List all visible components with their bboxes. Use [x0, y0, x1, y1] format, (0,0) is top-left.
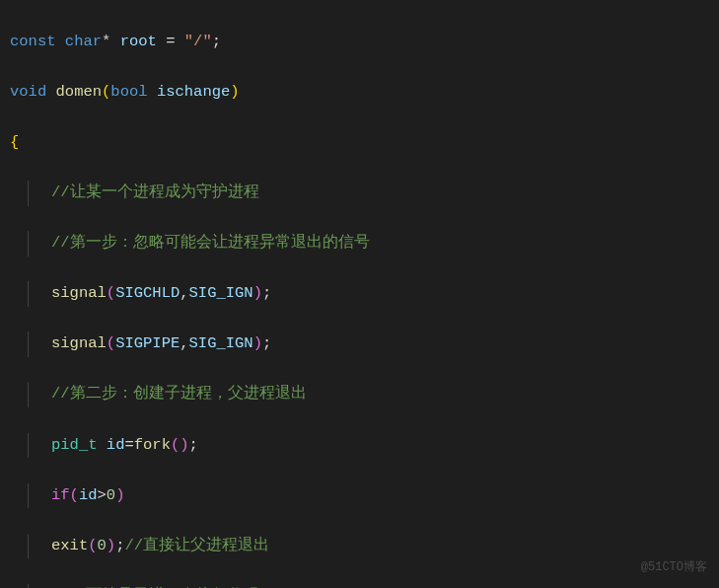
watermark: @51CTO博客 — [641, 558, 707, 578]
code-editor[interactable]: const char* root = "/"; void domen(bool … — [0, 4, 719, 588]
code-line: const char* root = "/"; — [10, 30, 719, 55]
code-line: //让某一个进程成为守护进程 — [10, 181, 719, 206]
code-line: exit(0);//直接让父进程退出 — [10, 534, 719, 559]
code-line: signal(SIGCHLD,SIG_IGN); — [10, 281, 719, 307]
code-line: { — [10, 130, 719, 156]
code-line: pid_t id=fork(); — [10, 433, 719, 459]
code-line: //第二步：创建子进程，父进程退出 — [10, 382, 719, 407]
code-line: void domen(bool ischange) — [10, 80, 719, 106]
code-line: //下面就是子进程在执行代码 — [10, 584, 719, 588]
code-line: signal(SIGPIPE,SIG_IGN); — [10, 331, 719, 357]
code-line: //第一步：忽略可能会让进程异常退出的信号 — [10, 231, 719, 257]
code-line: if(id>0) — [10, 483, 719, 509]
